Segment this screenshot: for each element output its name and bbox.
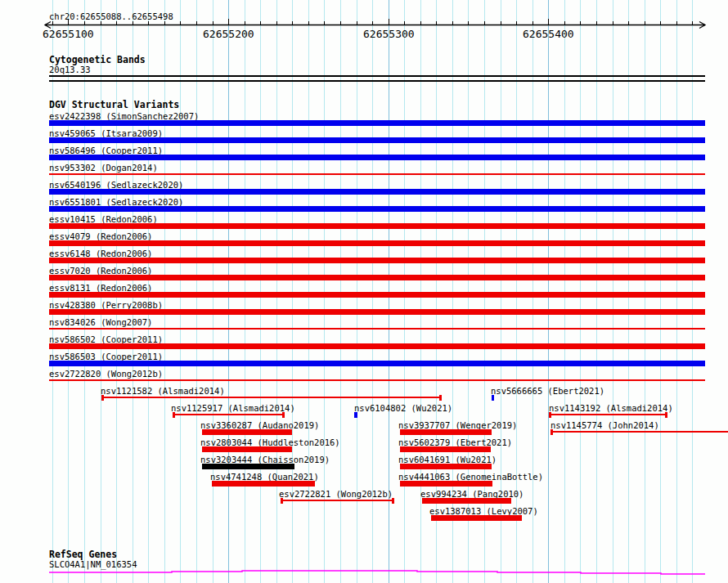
variant-range-left-cap[interactable] xyxy=(549,412,551,418)
ruler-minor-tick xyxy=(533,21,533,25)
ruler-minor-tick xyxy=(516,21,517,25)
ruler-major-tick xyxy=(548,19,549,25)
variant-bar[interactable] xyxy=(49,343,705,349)
variant-tick-mark[interactable] xyxy=(354,412,357,418)
variant-label[interactable]: nsv834026 (Wong2007) xyxy=(49,317,152,328)
variant-range-line[interactable] xyxy=(550,431,728,433)
variant-bar[interactable] xyxy=(49,137,705,143)
right-arrow-icon xyxy=(699,22,705,29)
variant-bar[interactable] xyxy=(49,223,705,229)
ruler-minor-tick xyxy=(613,21,613,25)
ruler-minor-tick xyxy=(164,21,165,25)
variant-bar[interactable] xyxy=(49,275,705,280)
ruler-tick-label: 62655300 xyxy=(363,29,415,39)
ruler-minor-tick xyxy=(628,21,629,25)
variant-label[interactable]: esv2722820 (Wong2012b) xyxy=(49,369,163,379)
ruler-minor-tick xyxy=(564,21,565,25)
variant-range-line[interactable] xyxy=(549,414,667,415)
variant-bar[interactable] xyxy=(49,155,705,160)
variant-range-left-cap[interactable] xyxy=(550,429,553,435)
variant-range-line[interactable] xyxy=(101,397,442,398)
variant-label[interactable]: nsv1121582 (Alsmadi2014) xyxy=(101,386,225,397)
gene-label[interactable]: SLCO4A1|NM_016354 xyxy=(49,559,137,570)
variant-range-left-cap[interactable] xyxy=(101,395,104,401)
variant-bar[interactable] xyxy=(202,464,294,469)
variant-range-line[interactable] xyxy=(173,414,285,415)
variant-label[interactable]: nsv953302 (Dogan2014) xyxy=(49,163,158,173)
ruler-major-tick xyxy=(389,19,389,25)
ruler-minor-tick xyxy=(501,21,501,25)
ruler-minor-tick xyxy=(357,21,357,25)
ruler-minor-tick xyxy=(645,21,645,25)
variant-bar[interactable] xyxy=(49,240,705,246)
ruler-tick-label: 62655400 xyxy=(523,29,574,39)
variant-bar[interactable] xyxy=(422,498,511,504)
variant-bar[interactable] xyxy=(49,258,705,263)
variant-bar[interactable] xyxy=(400,429,492,435)
ruler-tick-label: 62655200 xyxy=(203,29,254,39)
variant-range-right-cap[interactable] xyxy=(665,412,667,418)
variant-bar[interactable] xyxy=(400,481,492,487)
variant-bar[interactable] xyxy=(49,189,705,195)
variant-range-left-cap[interactable] xyxy=(281,498,283,504)
variant-bar[interactable] xyxy=(49,361,705,366)
ruler-minor-tick xyxy=(420,21,421,25)
ruler-minor-tick xyxy=(340,21,341,25)
ruler-minor-tick xyxy=(324,21,325,25)
ruler-minor-tick xyxy=(196,21,197,25)
ruler-minor-tick xyxy=(372,21,373,25)
ruler-minor-tick xyxy=(133,21,133,25)
variant-label[interactable]: nsv1145774 (John2014) xyxy=(550,420,659,431)
ruler-tick-label: 62655100 xyxy=(43,29,94,39)
variant-bar[interactable] xyxy=(400,464,492,469)
variant-bar[interactable] xyxy=(202,446,292,452)
ruler-minor-tick xyxy=(660,21,661,25)
variant-bar[interactable] xyxy=(49,292,705,298)
variant-bar[interactable] xyxy=(202,429,292,435)
variant-line[interactable] xyxy=(49,173,705,175)
cytogenetic-band-label: 20q13.33 xyxy=(49,65,91,75)
ruler-minor-tick xyxy=(52,21,53,25)
variant-bar[interactable] xyxy=(212,481,315,487)
ruler-major-tick xyxy=(228,19,229,25)
variant-label[interactable]: nsv6104802 (Wu2021) xyxy=(354,403,452,414)
variant-bar[interactable] xyxy=(49,206,705,212)
ruler-minor-tick xyxy=(308,21,309,25)
ruler-minor-tick xyxy=(404,21,405,25)
variant-bar[interactable] xyxy=(49,309,705,315)
variant-line[interactable] xyxy=(49,379,705,381)
ruler-minor-tick xyxy=(148,21,149,25)
variant-range-right-cap[interactable] xyxy=(439,395,442,401)
variant-line[interactable] xyxy=(49,328,705,330)
variant-range-right-cap[interactable] xyxy=(392,498,394,504)
variant-bar[interactable] xyxy=(49,120,705,126)
ruler-minor-tick xyxy=(260,21,261,25)
ruler-minor-tick xyxy=(580,21,581,25)
ruler-minor-tick xyxy=(436,21,437,25)
ruler-minor-tick xyxy=(213,21,213,25)
dgv-track-title: DGV Structural Variants xyxy=(49,100,179,110)
variant-range-right-cap[interactable] xyxy=(282,412,285,418)
ruler-minor-tick xyxy=(101,21,101,25)
ruler-minor-tick xyxy=(692,21,693,25)
variant-bar[interactable] xyxy=(431,515,522,521)
cytogenetic-band-track xyxy=(49,75,705,82)
variant-label[interactable]: nsv1143192 (Alsmadi2014) xyxy=(549,403,673,414)
genome-browser-canvas: chr20:62655088..62655498 626551006265520… xyxy=(0,0,728,583)
ruler-minor-tick xyxy=(676,21,677,25)
ruler-minor-tick xyxy=(180,21,181,25)
ruler-minor-tick xyxy=(116,21,117,25)
variant-tick-mark[interactable] xyxy=(492,395,494,401)
ruler-minor-tick xyxy=(484,21,485,25)
variant-bar[interactable] xyxy=(400,446,491,452)
ruler-minor-tick xyxy=(245,21,245,25)
variant-label[interactable]: nsv5666665 (Ebert2021) xyxy=(491,386,604,397)
variant-range-line[interactable] xyxy=(281,500,394,501)
ruler-major-tick xyxy=(68,19,69,25)
ruler-minor-tick xyxy=(452,21,453,25)
variant-label[interactable]: nsv1125917 (Alsmadi2014) xyxy=(171,403,295,414)
ruler-minor-tick xyxy=(276,21,277,25)
ruler-minor-tick xyxy=(596,21,597,25)
variant-label[interactable]: esv2722821 (Wong2012b) xyxy=(279,489,393,500)
variant-range-left-cap[interactable] xyxy=(173,412,175,418)
